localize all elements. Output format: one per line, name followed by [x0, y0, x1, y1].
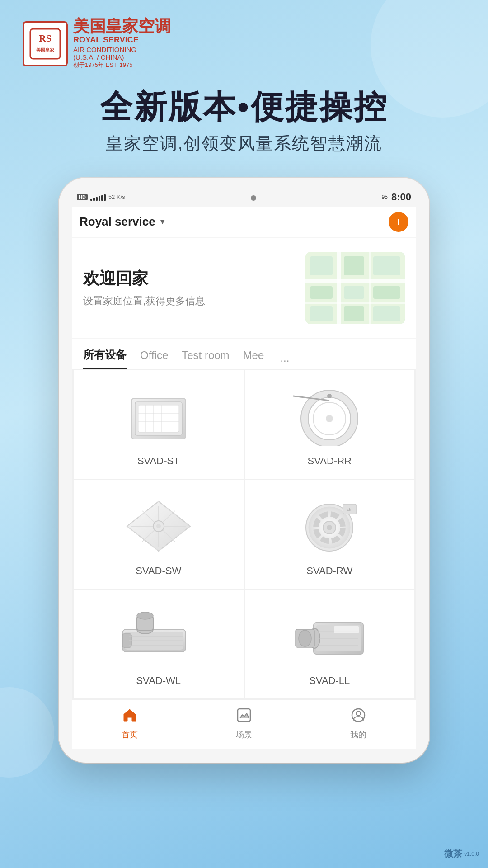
device-name-svad-wl: SVAD-WL — [136, 675, 181, 687]
device-image-svad-sw — [118, 495, 199, 558]
clock: 8:00 — [391, 191, 411, 203]
svg-rect-68 — [334, 626, 359, 633]
device-image-svad-wl — [118, 604, 199, 668]
welcome-banner: 欢迎回家 设置家庭位置,获得更多信息 — [72, 238, 416, 338]
status-bar-right: 95 8:00 — [382, 191, 411, 203]
svg-text:ctrl: ctrl — [347, 507, 352, 512]
device-image-svad-rw: ctrl — [289, 495, 370, 558]
device-card-svad-st[interactable]: SVAD-ST — [74, 370, 244, 479]
logo-english-line3: (U.S.A. / CHINA) — [73, 53, 171, 61]
tab-test-room[interactable]: Test room — [182, 349, 229, 367]
room-tabs: 所有设备 Office Test room Mee ... — [72, 339, 416, 369]
hd-badge: HD — [77, 194, 88, 200]
svg-point-43 — [156, 524, 161, 528]
svg-point-56 — [137, 612, 153, 619]
device-name-svad-st: SVAD-ST — [137, 455, 180, 467]
welcome-subtitle: 设置家庭位置,获得更多信息 — [83, 294, 305, 308]
nav-label-scene: 场景 — [236, 729, 252, 740]
device-card-svad-wl[interactable]: SVAD-WL — [74, 590, 244, 698]
nav-item-profile[interactable]: 我的 — [350, 708, 366, 740]
hero-subtitle: 皇家空调,创领变风量系统智慧潮流 — [23, 132, 465, 155]
location-selector[interactable]: Royal service ▼ — [80, 215, 166, 229]
svad-st-svg — [122, 389, 195, 443]
svg-rect-14 — [310, 306, 333, 321]
dropdown-arrow-icon: ▼ — [159, 218, 166, 226]
logo-icon: RS 美国皇家 — [23, 21, 68, 66]
tab-more-icon[interactable]: ... — [280, 352, 289, 364]
svad-wl-svg — [118, 609, 199, 663]
svg-rect-9 — [344, 256, 364, 275]
svad-ll-svg — [291, 609, 368, 663]
map-svg — [305, 252, 405, 324]
device-name-svad-ll: SVAD-LL — [309, 675, 350, 687]
svad-sw-svg — [122, 497, 195, 556]
welcome-title: 欢迎回家 — [83, 268, 305, 290]
device-card-svad-sw[interactable]: SVAD-SW — [74, 480, 244, 589]
svg-rect-7 — [369, 252, 371, 324]
svg-text:RS: RS — [39, 33, 52, 44]
add-button[interactable]: + — [389, 212, 408, 232]
svg-rect-10 — [373, 256, 400, 275]
watermark: 微茶 v1.0.0 — [444, 848, 479, 860]
logo-box: RS 美国皇家 美国皇家空调 ROYAL SERVICE AIR CONDITI… — [23, 18, 171, 69]
logo-english-line2: AIR CONDITIONING — [73, 46, 171, 53]
svg-rect-16 — [373, 306, 400, 321]
logo-est: 创于1975年 EST. 1975 — [73, 61, 171, 69]
watermark-sub: v1.0.0 — [464, 851, 479, 857]
device-grid: SVAD-ST — [72, 369, 416, 700]
svg-rect-19 — [138, 405, 179, 432]
device-image-svad-rr — [289, 385, 370, 448]
nav-item-scene[interactable]: 场景 — [236, 708, 252, 740]
scene-icon — [236, 708, 252, 726]
tab-office[interactable]: Office — [140, 349, 168, 367]
tab-all-devices[interactable]: 所有设备 — [83, 348, 127, 369]
welcome-text-block: 欢迎回家 设置家庭位置,获得更多信息 — [83, 268, 305, 308]
home-icon — [122, 708, 137, 726]
svg-rect-11 — [310, 286, 333, 299]
device-name-svad-rr: SVAD-RR — [308, 455, 352, 467]
svg-rect-69 — [238, 709, 250, 722]
svg-rect-12 — [344, 286, 364, 299]
app-header: Royal service ▼ + — [72, 207, 416, 237]
location-name: Royal service — [80, 215, 155, 229]
device-image-svad-ll — [289, 604, 370, 668]
svg-point-48 — [327, 525, 332, 530]
svad-rr-svg — [293, 387, 366, 446]
status-bar-left: HD 52 K/s — [77, 193, 125, 201]
network-speed: 52 K/s — [108, 193, 125, 200]
map-thumbnail — [305, 252, 405, 324]
bottom-nav: 首页 场景 — [72, 700, 416, 749]
signal-bars — [90, 193, 106, 201]
plus-icon: + — [395, 216, 402, 228]
svg-rect-13 — [373, 286, 400, 299]
logo-text-block: 美国皇家空调 ROYAL SERVICE AIR CONDITIONING (U… — [73, 18, 171, 69]
svad-rw-svg: ctrl — [293, 497, 366, 556]
status-bar: HD 52 K/s 95 8:00 — [72, 191, 416, 207]
profile-icon — [351, 708, 366, 726]
phone-mockup-wrapper: HD 52 K/s 95 8:00 Royal service — [0, 173, 488, 763]
svg-rect-15 — [344, 306, 364, 321]
svg-rect-6 — [337, 252, 341, 324]
nav-item-home[interactable]: 首页 — [122, 708, 138, 740]
device-card-svad-rr[interactable]: SVAD-RR — [245, 370, 415, 479]
nav-label-home: 首页 — [122, 729, 138, 740]
device-card-svad-ll[interactable]: SVAD-LL — [245, 590, 415, 698]
svg-point-64 — [299, 630, 311, 646]
tab-mee[interactable]: Mee — [243, 349, 264, 367]
svg-point-71 — [356, 711, 361, 716]
device-name-svad-rw: SVAD-RW — [306, 565, 352, 577]
phone-mockup: HD 52 K/s 95 8:00 Royal service — [59, 178, 429, 763]
svg-rect-8 — [310, 256, 333, 275]
logo-english-line1: ROYAL SERVICE — [73, 34, 171, 46]
logo-chinese-name: 美国皇家空调 — [73, 18, 171, 34]
device-name-svad-sw: SVAD-SW — [136, 565, 181, 577]
device-card-svad-rw[interactable]: ctrl SVAD-RW — [245, 480, 415, 589]
nav-label-profile: 我的 — [350, 729, 366, 740]
svg-rect-4 — [305, 279, 405, 283]
svg-text:美国皇家: 美国皇家 — [36, 47, 55, 52]
svg-point-29 — [326, 415, 333, 422]
svg-point-30 — [327, 394, 332, 398]
svg-rect-5 — [305, 302, 405, 304]
watermark-text: 微茶 — [444, 848, 462, 860]
phone-notch — [251, 195, 256, 201]
